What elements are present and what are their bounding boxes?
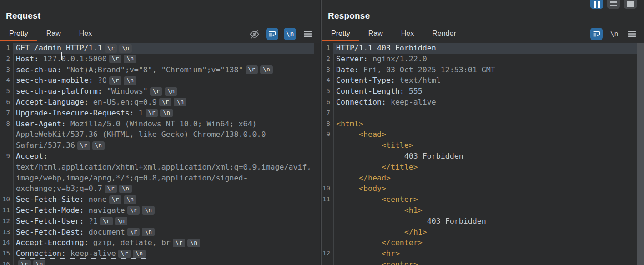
tab-request-pretty[interactable]: Pretty [0,27,37,41]
line-content: Connection: keep-alive\r\n [13,248,314,259]
response-line-6[interactable]: 6Connection: keep-alive [322,97,644,108]
response-line-wrap-18[interactable]: </center> [322,237,644,248]
dotted-underline-marker: Connection: keep-alive\r\n [16,249,146,259]
word-wrap-button[interactable] [266,28,278,40]
response-scrollbar[interactable] [637,43,644,265]
cr-badge: \r [246,65,258,74]
token: Upgrade-Insecure-Requests: [16,109,134,117]
http-message-viewer: { "app": { "badges": ["\\r", "\\n"], "ac… [0,0,644,265]
line-number: 2 [0,54,13,65]
response-line-12[interactable]: 12 <hr> [322,248,644,259]
token: 403 Forbidden [336,152,463,160]
lf-badge: \n [119,44,132,53]
response-panel: Response PrettyRawHexRender \n 1HTTP/1.1… [322,0,644,265]
token: Date: [336,65,359,74]
request-line-10[interactable]: 10Sec-Fetch-Site: none\r\n [0,194,320,205]
line-number: 11 [0,205,13,216]
line-content: Accept-Encoding: gzip, deflate, br\r\n [13,237,314,248]
token: Host: [16,55,39,63]
request-line-4[interactable]: 4sec-ch-ua-mobile: ?0\r\n [0,75,320,86]
response-line-5[interactable]: 5Content-Length: 555 [322,86,644,97]
line-content: sec-ch-ua-platform: "Windows"\r\n [13,86,314,97]
request-line-12[interactable]: 12Sec-Fetch-User: ?1\r\n [0,216,320,227]
backslash-n-icon: \n [610,30,618,38]
token: <head> [359,130,386,139]
line-number: 6 [0,97,13,108]
show-nonprintable-button[interactable]: \n [608,28,620,40]
response-line-wrap-20[interactable]: <center> [322,259,644,265]
request-line-13[interactable]: 13Sec-Fetch-Dest: document\r\n [0,227,320,238]
lf-badge: \n [142,206,155,215]
hamburger-icon [303,30,312,37]
response-line-10[interactable]: 10 <body> [322,183,644,194]
token: none [84,195,107,204]
token: sec-ch-ua-mobile: [16,76,93,85]
request-line-3[interactable]: 3sec-ch-ua: "Not)A;Brand";v="8", "Chromi… [0,65,320,75]
request-line-11[interactable]: 11Sec-Fetch-Mode: navigate\r\n [0,205,320,216]
token: "Windows" [102,87,148,95]
token: User-Agent: [16,120,66,128]
tab-response-hex[interactable]: Hex [392,27,423,41]
request-line-16[interactable]: 16\r\n [0,259,320,265]
request-line-2[interactable]: 2Host: 127.0.0.1:5000\r\n [0,54,320,65]
request-line-1[interactable]: 1GET /admin HTTP/1.1\r\n [0,43,320,54]
line-content: <head> [333,129,637,140]
lf-badge: \n [124,195,136,204]
response-line-wrap-12[interactable]: </head> [322,173,644,184]
request-line-15[interactable]: 15Connection: keep-alive\r\n [0,248,320,259]
request-editor[interactable]: 1GET /admin HTTP/1.1\r\n2Host: 127.0.0.1… [0,43,320,265]
line-number: 8 [322,119,333,130]
response-line-2[interactable]: 2Server: nginx/1.22.0 [322,54,644,65]
response-line-wrap-9[interactable]: <title> [322,140,644,151]
line-number: 7 [0,108,13,119]
line-number: 16 [0,259,13,265]
line-content: Sec-Fetch-Site: none\r\n [13,194,314,205]
response-line-1[interactable]: 1HTTP/1.1 403 Forbidden [322,43,644,54]
tab-request-hex[interactable]: Hex [70,27,101,41]
line-content: Sec-Fetch-Dest: document\r\n [13,227,314,238]
show-nonprintable-button[interactable]: \n [284,28,296,40]
response-line-wrap-16[interactable]: 403 Forbidden [322,216,644,227]
word-wrap-button[interactable] [590,28,603,40]
token: <center> [382,260,418,265]
response-line-wrap-15[interactable]: <h1> [322,205,644,216]
response-menu-button[interactable] [626,28,638,40]
response-line-3[interactable]: 3Date: Fri, 03 Oct 2025 12:53:01 GMT [322,65,644,75]
response-line-8[interactable]: 8<html> [322,119,644,130]
line-content: </h1> [333,227,637,238]
request-line-14[interactable]: 14Accept-Encoding: gzip, deflate, br\r\n [0,237,320,248]
token: keep-alive [386,98,436,106]
response-line-11[interactable]: 11 <center> [322,194,644,205]
line-content: Host: 127.0.0.1:5000\r\n [13,54,314,65]
tab-request-raw[interactable]: Raw [37,27,70,41]
response-editor[interactable]: 1HTTP/1.1 403 Forbidden2Server: nginx/1.… [322,43,644,265]
response-line-wrap-17[interactable]: </h1> [322,227,644,238]
request-menu-button[interactable] [302,28,314,40]
response-line-9[interactable]: 9 <head> [322,129,644,140]
tab-response-render[interactable]: Render [423,27,465,41]
response-line-7[interactable]: 7 [322,108,644,119]
token: nginx/1.22.0 [368,55,427,63]
token: Connection: [16,249,66,258]
response-title: Response [328,11,370,21]
tab-response-pretty[interactable]: Pretty [322,27,359,41]
request-line-5[interactable]: 5sec-ch-ua-platform: "Windows"\r\n [0,86,320,97]
response-line-4[interactable]: 4Content-Type: text/html [322,75,644,86]
hide-response-button[interactable] [248,28,261,40]
line-content: <center> [333,259,637,265]
token [336,141,382,150]
response-line-wrap-11[interactable]: </title> [322,162,644,173]
request-line-9[interactable]: 9Accept: text/html,application/xhtml+xml… [0,151,320,194]
line-content: User-Agent: Mozilla/5.0 (Windows NT 10.0… [13,119,314,151]
tab-response-raw[interactable]: Raw [359,27,392,41]
request-line-6[interactable]: 6Accept-Language: en-US,en;q=0.9\r\n [0,97,320,108]
response-line-wrap-10[interactable]: 403 Forbidden [322,151,644,162]
token: Fri, 03 Oct 2025 12:53:01 GMT [359,65,495,74]
token: </h1> [404,228,427,236]
token: GET /admin [16,44,61,52]
cr-badge: \r [18,260,31,265]
request-line-8[interactable]: 8User-Agent: Mozilla/5.0 (Windows NT 10.… [0,119,320,151]
request-line-7[interactable]: 7Upgrade-Insecure-Requests: 1\r\n [0,108,320,119]
lf-badge: \n [174,98,186,106]
token: <html> [336,120,363,128]
